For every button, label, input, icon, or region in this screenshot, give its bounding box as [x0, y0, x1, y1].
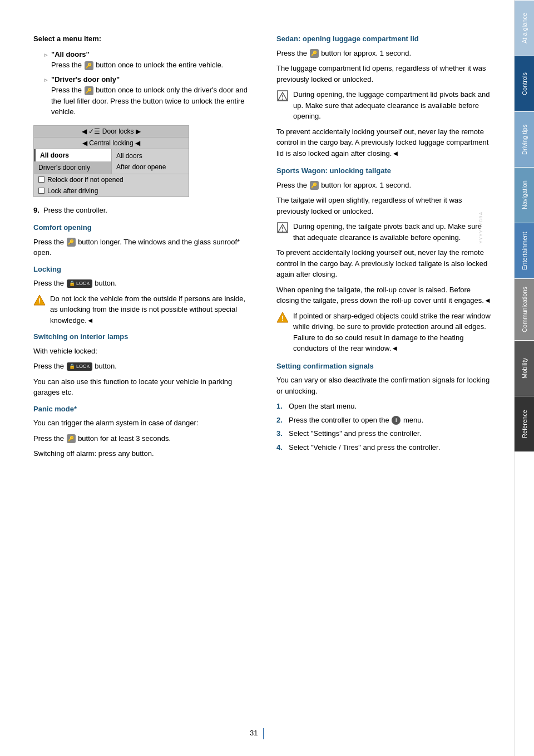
sports-wagon-title: Sports Wagon: unlocking tailgate — [276, 165, 492, 176]
conf-step-2-text: Press the controller to open the i menu. — [289, 415, 423, 426]
drivers-door-label: "Driver's door only" — [51, 75, 120, 84]
relock-checkbox[interactable] — [38, 176, 44, 183]
sidebar-tab-controls[interactable]: Controls — [515, 56, 535, 111]
panic-mode-step1: Press the 🔑 button for at least 3 second… — [33, 433, 249, 444]
unlock-key-icon-1: 🔑 — [85, 61, 93, 70]
conf-step-4-num: 4. — [276, 442, 285, 453]
locking-warning-text: Do not lock the vehicle from the outside… — [50, 293, 249, 326]
conf-step-4: 4. Select "Vehicle / Tires" and press th… — [276, 442, 492, 453]
sidebar-tab-mobility[interactable]: Mobility — [515, 340, 535, 396]
locking-warning: ! Do not lock the vehicle from the outsi… — [33, 293, 249, 326]
svg-text:!: ! — [281, 315, 284, 322]
info-triangle-icon-sports — [276, 222, 289, 234]
menu-right-after-door: After door opene — [112, 161, 189, 173]
lock-after-label: Lock after driving — [47, 187, 98, 195]
step-8-item-drivers-door: ▹ "Driver's door only" Press the 🔑 butto… — [44, 74, 249, 117]
locking-text: Press the 🔒 LOCK button. — [33, 278, 249, 289]
menu-screenshot: ◀ ✓☰ Door locks ▶ ◀ Central locking ◀ Al… — [33, 125, 189, 197]
conf-step-1-text: Open the start menu. — [289, 401, 357, 412]
sports-wagon-line3: To prevent accidentally locking yourself… — [276, 247, 492, 280]
conf-step-3-text: Select "Settings" and press the controll… — [289, 428, 421, 439]
sidebar-tab-entertainment[interactable]: Entertainment — [515, 223, 535, 278]
page-num-text: 31 — [250, 729, 258, 737]
sidebar-tab-at-a-glance[interactable]: At a glance — [515, 0, 535, 56]
setting-confirmation-title: Setting confirmation signals — [276, 361, 492, 372]
conf-step-1: 1. Open the start menu. — [276, 401, 492, 412]
sports-wagon-line1: Press the 🔑 button for approx. 1 second. — [276, 180, 492, 191]
sports-wagon-line4: When opening the tailgate, the roll-up c… — [276, 284, 492, 306]
panic-mode-section: Panic mode* You can trigger the alarm sy… — [33, 404, 249, 459]
page-num-line — [263, 728, 264, 739]
all-doors-label: "All doors" — [51, 50, 90, 58]
locking-section: Locking Press the 🔒 LOCK button. ! Do no… — [33, 264, 249, 326]
watermark: YYYYYYCBA — [478, 212, 483, 243]
step-8: Select a menu item: ▹ "All doors" Press … — [33, 33, 249, 117]
step-8-item-all-doors: ▹ "All doors" Press the 🔑 button once to… — [44, 49, 249, 71]
sidebar-tab-navigation[interactable]: Navigation — [515, 167, 535, 223]
right-column: Sedan: opening luggage compartment lid P… — [271, 33, 492, 464]
sports-wagon-note-text: During opening, the tailgate pivots back… — [293, 221, 492, 243]
page-number: 31 — [250, 728, 264, 739]
setting-confirmation-section: Setting confirmation signals You can var… — [276, 361, 492, 453]
unlock-key-icon-2: 🔑 — [85, 86, 93, 95]
sedan-title: Sedan: opening luggage compartment lid — [276, 33, 492, 45]
interior-lamps-section: Switching on interior lamps With vehicle… — [33, 331, 249, 398]
conf-step-2: 2. Press the controller to open the i me… — [276, 415, 492, 426]
left-column: Select a menu item: ▹ "All doors" Press … — [33, 33, 254, 464]
arrow-icon-1: ▹ — [44, 50, 48, 60]
lock-icon-locking: 🔒 LOCK — [67, 279, 92, 288]
sedan-line1: Press the 🔑 button for approx. 1 second. — [276, 48, 492, 59]
sidebar-tab-communications[interactable]: Communications — [515, 278, 535, 340]
interior-lamps-title: Switching on interior lamps — [33, 331, 249, 342]
menu-title-bar: ◀ ✓☰ Door locks ▶ — [34, 126, 189, 138]
relock-label: Relock door if not opened — [47, 176, 123, 184]
step-9: 9. Press the controller. — [33, 205, 249, 216]
sidebar-tab-driving-tips[interactable]: Driving tips — [515, 111, 535, 167]
sedan-line2: The luggage compartment lid opens, regar… — [276, 63, 492, 85]
info-triangle-icon-sedan — [276, 90, 289, 102]
locking-title: Locking — [33, 264, 249, 275]
step-8-number: Select a menu item: — [33, 35, 101, 43]
lock-after-checkbox[interactable] — [38, 188, 44, 194]
sidebar: At a glance Controls Driving tips Naviga… — [514, 0, 534, 756]
comfort-opening-section: Comfort opening Press the 🔑 button longe… — [33, 222, 249, 258]
sports-wagon-warning: ! If pointed or sharp-edged objects coul… — [276, 311, 492, 354]
sidebar-tab-reference[interactable]: Reference — [515, 396, 535, 451]
key-icon-comfort: 🔑 — [67, 238, 76, 247]
panic-mode-step2: Switching off alarm: press any button. — [33, 448, 249, 459]
conf-step-3-num: 3. — [276, 428, 285, 439]
svg-point-9 — [282, 230, 283, 232]
step-8-item-drivers-door-text: "Driver's door only" Press the 🔑 button … — [51, 74, 249, 117]
conf-step-4-text: Select "Vehicle / Tires" and press the c… — [289, 442, 440, 453]
sports-wagon-warning-text: If pointed or sharp-edged objects could … — [293, 311, 492, 354]
panic-mode-intro: You can trigger the alarm system in case… — [33, 418, 249, 429]
setting-confirmation-steps: 1. Open the start menu. 2. Press the con… — [276, 401, 492, 453]
interior-lamps-intro: With vehicle locked: — [33, 346, 249, 357]
menu-right-all-doors: All doors — [112, 150, 189, 161]
key-icon-sedan: 🔑 — [310, 49, 319, 58]
setting-confirmation-intro: You can vary or also deactivate the conf… — [276, 375, 492, 396]
menu-right-panel: All doors After door opene — [112, 149, 189, 174]
comfort-opening-text: Press the 🔑 button longer. The windows a… — [33, 237, 249, 258]
interior-lamps-step1: Press the 🔒 LOCK button. — [33, 361, 249, 372]
menu-left-panel: All doors Driver's door only — [34, 149, 112, 174]
sedan-section: Sedan: opening luggage compartment lid P… — [276, 33, 492, 159]
svg-text:!: ! — [38, 297, 41, 305]
conf-step-3: 3. Select "Settings" and press the contr… — [276, 428, 492, 439]
sports-wagon-line2: The tailgate will open slightly, regardl… — [276, 195, 492, 217]
panic-mode-title: Panic mode* — [33, 404, 249, 415]
menu-checkbox-relock[interactable]: Relock door if not opened — [34, 174, 189, 185]
sedan-note-text: During opening, the luggage compartment … — [293, 89, 492, 122]
sedan-line3: To prevent accidentally locking yourself… — [276, 126, 492, 159]
arrow-icon-2: ▹ — [44, 75, 48, 85]
menu-subtitle-bar: ◀ Central locking ◀ — [34, 138, 189, 149]
i-menu-icon: i — [392, 416, 400, 425]
svg-point-5 — [282, 99, 283, 100]
menu-checkbox-lock-after[interactable]: Lock after driving — [34, 185, 189, 197]
menu-item-all-doors[interactable]: All doors — [34, 149, 111, 161]
interior-lamps-step2: You can also use this function to locate… — [33, 376, 249, 398]
menu-item-drivers-door[interactable]: Driver's door only — [34, 161, 111, 174]
sedan-note: During opening, the luggage compartment … — [276, 89, 492, 122]
comfort-opening-title: Comfort opening — [33, 222, 249, 233]
warning-triangle-icon: ! — [33, 294, 46, 306]
